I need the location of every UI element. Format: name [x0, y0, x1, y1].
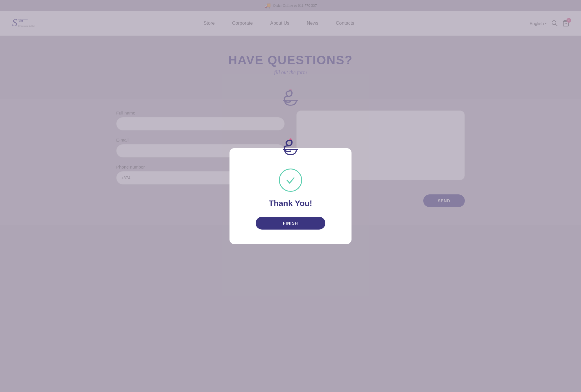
modal-logo — [279, 134, 302, 158]
success-checkmark — [279, 169, 302, 192]
check-icon — [285, 174, 296, 186]
modal-overlay[interactable]: Thank You! FINISH — [0, 0, 581, 392]
finish-button[interactable]: FINISH — [256, 217, 325, 230]
thank-you-modal: Thank You! FINISH — [229, 148, 352, 244]
thank-you-text: Thank You! — [247, 199, 334, 208]
